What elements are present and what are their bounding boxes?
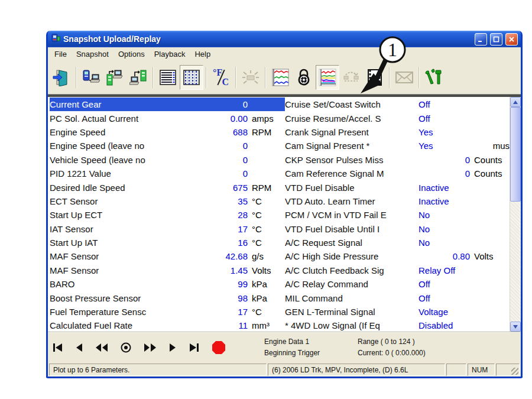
parameter-name: VTD Fuel Disable (285, 183, 417, 193)
table-row[interactable]: Start Up ECT 28 °C (50, 208, 285, 222)
table-row[interactable]: PC Sol. Actual Current 0.00 amps (50, 111, 285, 125)
multi-graph-button[interactable] (268, 65, 292, 90)
table-row[interactable]: Desired Idle Speed 675 RPM (50, 180, 285, 194)
table-row[interactable]: VTD Fuel Disable Inactive (285, 180, 510, 194)
app-icon (51, 33, 60, 45)
upload-scan-tool-icon (82, 69, 100, 86)
lock-button[interactable] (292, 65, 316, 90)
goto-end-button[interactable] (189, 343, 199, 352)
tools-button[interactable] (422, 65, 446, 90)
parameter-value: No (417, 238, 430, 248)
step-back-icon (76, 343, 83, 352)
table-row[interactable]: Cam Reference Signal M 0 Counts (285, 167, 510, 180)
table-row[interactable]: Fuel Temperature Sensc 17 °C (50, 305, 285, 319)
table-row[interactable]: MIL Command Off (285, 291, 510, 304)
parameter-value: Off (417, 99, 430, 109)
table-row[interactable]: Engine Speed (leave no 0 (50, 139, 285, 153)
table-row[interactable]: Vehicle Speed (leave no 0 (50, 153, 285, 167)
current-frame-label: Current: 0 ( 0:00.000) (358, 349, 426, 357)
parameter-value: 0 (203, 168, 248, 179)
parameter-value: 17 (203, 224, 248, 234)
step-back-button[interactable] (76, 343, 83, 352)
upload-scan-tool-button[interactable] (79, 65, 103, 90)
list-view-button[interactable] (156, 65, 180, 90)
scrollbar-thumb[interactable] (510, 107, 521, 202)
table-row[interactable]: A/C High Side Pressure 0.80 Volts (285, 249, 510, 263)
parameter-value: 0.80 (417, 251, 470, 261)
table-row[interactable]: Calculated Fuel Rate 11 mm³ (50, 319, 285, 332)
table-row[interactable]: MAF Sensor 1.45 Volts (50, 264, 285, 277)
table-row[interactable]: Cruise Resume/Accel. S Off (285, 111, 510, 125)
parameter-name: Cam Signal Present * (285, 141, 417, 151)
table-row[interactable]: * 4WD Low Signal (If Eq Disabled (285, 319, 510, 332)
num-lock-indicator: NUM (468, 364, 495, 376)
playback-info: Engine Data 1 Range ( 0 to 124 ) Beginni… (264, 338, 426, 357)
exit-button[interactable] (50, 65, 73, 90)
table-row[interactable]: Engine Speed 688 RPM (50, 125, 285, 139)
parameter-column-right: Cruise Set/Coast Switch Off Cruise Resum… (285, 98, 510, 332)
table-row[interactable]: MAF Sensor 42.68 g/s (50, 249, 285, 263)
parameter-name: Engine Speed (50, 127, 203, 137)
parameter-name: PID 1221 Value (50, 168, 203, 179)
table-row[interactable]: Current Gear 0 (50, 98, 285, 111)
parameter-name: Cam Reference Signal M (285, 168, 417, 179)
grid-view-button[interactable] (180, 65, 203, 90)
parameter-name: MAF Sensor (50, 251, 203, 261)
table-row[interactable]: Crank Signal Present Yes (285, 125, 510, 139)
vehicle-info: (6) 2006 LD Trk, MPV, Incomplete, (D) 6.… (268, 364, 445, 376)
filmstrip-button[interactable] (363, 65, 387, 90)
scroll-down-icon (513, 325, 518, 329)
table-row[interactable]: CKP Sensor Pulses Miss 0 Counts (285, 153, 510, 167)
table-row[interactable]: ECT Sensor 35 °C (50, 194, 285, 208)
plot-button[interactable] (316, 65, 339, 90)
play-button[interactable] (169, 343, 176, 352)
maximize-button[interactable] (490, 33, 502, 46)
fast-forward-icon (144, 343, 157, 352)
parameter-value: Off (417, 279, 430, 289)
goto-start-button[interactable] (53, 343, 63, 352)
table-row[interactable]: Start Up IAT 16 °C (50, 236, 285, 249)
trigger-label: Beginning Trigger (264, 349, 358, 357)
vertical-scrollbar[interactable] (510, 97, 521, 332)
resize-grip[interactable] (511, 368, 518, 375)
table-row[interactable]: IAT Sensor 17 °C (50, 222, 285, 236)
rewind-button[interactable] (95, 343, 108, 352)
upload-tower-to-laptop-button[interactable] (103, 65, 126, 90)
table-row[interactable]: A/C Request Signal No (285, 236, 510, 249)
table-row[interactable]: Cruise Set/Coast Switch Off (285, 98, 510, 111)
lock-icon (295, 69, 313, 86)
record-button[interactable] (121, 342, 131, 353)
close-button[interactable] (505, 33, 518, 46)
stop-button[interactable] (212, 340, 226, 355)
menu-item[interactable]: Playback (150, 48, 190, 60)
fast-forward-button[interactable] (144, 343, 157, 352)
menu-item[interactable]: Snapshot (72, 48, 113, 60)
plot-icon (319, 69, 336, 86)
table-row[interactable]: Cam Signal Present * Yes mus (285, 139, 510, 153)
table-row[interactable]: Boost Pressure Sensor 98 kPa (50, 291, 285, 304)
table-row[interactable]: BARO 99 kPa (50, 277, 285, 291)
scroll-up-button[interactable] (510, 97, 521, 107)
temperature-units-button[interactable]: °F C (209, 65, 233, 90)
parameter-unit: kPa (248, 279, 285, 289)
scroll-down-button[interactable] (510, 322, 521, 332)
parameter-name: Crank Signal Present (285, 127, 417, 137)
menu-item[interactable]: Options (113, 48, 150, 60)
menu-item[interactable]: Help (190, 48, 215, 60)
table-row[interactable]: VTD Auto. Learn Timer Inactive (285, 194, 510, 208)
table-row[interactable]: A/C Clutch Feedback Sig Relay Off (285, 264, 510, 277)
parameter-table: Current Gear 0 PC Sol. Actual Current 0.… (48, 97, 521, 332)
status-grip-pane (496, 364, 520, 376)
parameter-name: Cruise Resume/Accel. S (285, 113, 417, 124)
table-row[interactable]: VTD Fuel Disable Until I No (285, 222, 510, 236)
menu-item[interactable]: File (50, 48, 72, 60)
table-row[interactable]: GEN L-Terminal Signal Voltage (285, 305, 510, 319)
toolbar-separator (419, 67, 420, 88)
table-row[interactable]: PID 1221 Value 0 (50, 167, 285, 180)
title-bar[interactable]: Snapshot Upload/Replay (48, 31, 521, 47)
parameter-unit: °C (248, 196, 285, 206)
table-row[interactable]: A/C Relay Command Off (285, 277, 510, 291)
upload-laptop-to-tower-button[interactable] (126, 65, 150, 90)
minimize-button[interactable] (475, 33, 487, 46)
table-row[interactable]: PCM / VCM in VTD Fail E No (285, 208, 510, 222)
